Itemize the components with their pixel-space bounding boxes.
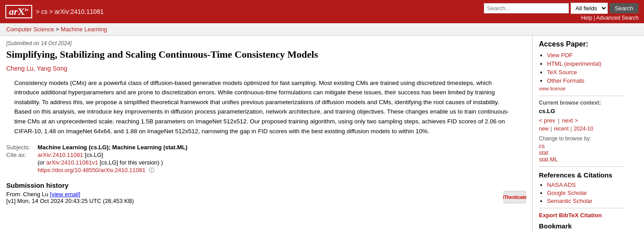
header: arXiv > cs > arXiv:2410.11081 All fields… — [0, 0, 644, 23]
access-links-list: View PDF HTML (experimental) TeX Source … — [539, 52, 624, 84]
view-license-link[interactable]: view license — [539, 86, 624, 91]
nasa-ads-link[interactable]: NASA ADS — [547, 181, 576, 188]
search-button[interactable]: Search — [610, 3, 639, 13]
access-paper-title: Access Paper: — [539, 40, 624, 48]
divider-1 — [539, 96, 624, 96]
new-link[interactable]: new — [539, 126, 549, 132]
prev-link[interactable]: < prev — [539, 117, 555, 124]
authors: Cheng Lu, Yang Song — [6, 65, 526, 72]
logo-area: arXiv > cs > arXiv:2410.11081 — [5, 5, 484, 18]
cite-as-label: Cite as: — [6, 152, 38, 158]
browse-statml-link[interactable]: stat.ML — [539, 156, 624, 163]
browse-by-label: Change to browse by: — [539, 135, 624, 142]
browse-context-section: Current browse context: cs.LG < prev | n… — [539, 100, 624, 163]
arxiv-logo[interactable]: arXiv — [5, 5, 32, 18]
nasa-ads-item: NASA ADS — [547, 181, 624, 188]
arxiv-id-link[interactable]: arXiv:2410.11081 — [55, 8, 104, 15]
search-links: Help | Advanced Search — [581, 15, 639, 21]
other-formats-link[interactable]: Other Formats — [547, 77, 585, 84]
submission-date: [Submitted on 14 Oct 2024] — [6, 40, 526, 46]
search-row: All fields Title Author Abstract Full te… — [484, 3, 639, 14]
submission-history-title: Submission history — [6, 181, 526, 189]
refs-links-list: NASA ADS Google Scholar Semantic Scholar — [539, 181, 624, 204]
browse-cs-link[interactable]: cs — [539, 143, 624, 149]
semantic-scholar-link[interactable]: Semantic Scholar — [547, 198, 593, 204]
main-layout: [Submitted on 14 Oct 2024] Simplifying, … — [0, 36, 644, 232]
bookmark-section: Bookmark 🔖 🔖 — [539, 222, 624, 232]
access-link-html: HTML (experimental) — [547, 60, 624, 67]
cs-link[interactable]: > cs — [36, 8, 47, 15]
refs-citations-section: References & Citations NASA ADS Google S… — [539, 171, 624, 204]
divider-2 — [539, 166, 624, 167]
cite-arxiv-link[interactable]: arXiv:2410.11081 — [38, 152, 83, 158]
browse-context-heading: Current browse context: — [539, 100, 624, 106]
view-email-link[interactable]: [view email] — [50, 191, 80, 198]
cite-close-paren: ) — [161, 159, 163, 166]
cite-v1-link[interactable]: arXiv:2410.11081v1 — [47, 159, 98, 166]
cite-or: (or — [38, 159, 47, 166]
html-experimental-link[interactable]: HTML (experimental) — [547, 60, 602, 67]
subjects-row: Subjects: Machine Learning (cs.LG); Mach… — [6, 144, 526, 151]
cite-as-value: arXiv:2410.11081 [cs.LG] — [38, 152, 103, 158]
logo-xiv-text: Xiv — [18, 6, 29, 17]
cite-v1-row: (or arXiv:2410.11081v1 [cs.LG] for this … — [6, 159, 526, 166]
meta-section: Subjects: Machine Learning (cs.LG); Mach… — [6, 144, 526, 174]
access-link-pdf: View PDF — [547, 52, 624, 59]
recent-link[interactable]: recent — [554, 126, 568, 132]
doi-row: https://doi.org/10.48550/arXiv.2410.1108… — [6, 167, 526, 174]
search-field-select[interactable]: All fields Title Author Abstract Full te… — [571, 3, 608, 14]
google-scholar-item: Google Scholar — [547, 190, 624, 196]
advanced-search-link[interactable]: Advanced Search — [596, 15, 639, 21]
breadcrumb-cs-link[interactable]: Computer Science — [6, 26, 54, 33]
sidebar: Access Paper: View PDF HTML (experimenta… — [532, 36, 631, 232]
breadcrumb-arrow: > — [56, 26, 61, 33]
year-link[interactable]: 2024-10 — [574, 126, 593, 132]
doi-link[interactable]: https://doi.org/10.48550/arXiv.2410.1108… — [38, 167, 145, 173]
logo-ar-text: ar — [9, 6, 18, 17]
doi-info-icon: ⓘ — [149, 167, 154, 173]
export-bibtex-link[interactable]: Export BibTeX Citation — [539, 208, 624, 219]
help-link[interactable]: Help — [581, 15, 592, 21]
pipe-2: | — [551, 126, 552, 132]
cite-v1-value: (or arXiv:2410.11081v1 [cs.LG] for this … — [38, 159, 163, 166]
bookmark-title: Bookmark — [539, 222, 624, 230]
browse-recent-row: new | recent | 2024-10 — [539, 126, 624, 132]
semantic-scholar-item: Semantic Scholar — [547, 198, 624, 204]
browse-by-links: cs stat stat.ML — [539, 143, 624, 163]
cite-as-row: Cite as: arXiv:2410.11081 [cs.LG] — [6, 152, 526, 158]
subjects-bold: Machine Learning (cs.LG); Machine Learni… — [38, 144, 187, 151]
abstract: Consistency models (CMs) are a powerful … — [6, 78, 526, 136]
browse-nav: < prev | next > — [539, 117, 624, 124]
breadcrumb: Computer Science > Machine Learning — [0, 23, 644, 36]
cite-v1-bracket: [cs.LG] for this version) — [100, 159, 160, 166]
view-pdf-link[interactable]: View PDF — [547, 52, 573, 59]
access-paper-section: Access Paper: View PDF HTML (experimenta… — [539, 40, 624, 91]
access-link-other: Other Formats — [547, 77, 624, 84]
subjects-value: Machine Learning (cs.LG); Machine Learni… — [38, 144, 187, 151]
access-link-tex: TeX Source — [547, 69, 624, 76]
google-scholar-link[interactable]: Google Scholar — [547, 190, 587, 196]
paper-title: Simplifying, Stabilizing and Scaling Con… — [6, 48, 526, 61]
cite-bracket: [cs.LG] — [85, 152, 103, 158]
author-cheng-lu[interactable]: Cheng Lu — [6, 65, 34, 72]
ithenticate-text: iThenticate — [503, 195, 527, 200]
pipe-3: | — [571, 126, 572, 132]
doi-value: https://doi.org/10.48550/arXiv.2410.1108… — [38, 167, 154, 174]
subjects-label: Subjects: — [6, 144, 38, 151]
browse-context-label: cs.LG — [539, 108, 624, 114]
from-text: From: Cheng Lu — [6, 191, 48, 198]
tex-source-link[interactable]: TeX Source — [547, 69, 577, 76]
author-yang-song[interactable]: Yang Song — [37, 65, 67, 72]
search-input[interactable] — [484, 3, 569, 13]
ithenticate-image: iThenticate — [504, 191, 526, 203]
header-nav-separator: > — [49, 8, 55, 15]
header-nav: > cs > arXiv:2410.11081 — [36, 8, 104, 15]
breadcrumb-ml-link[interactable]: Machine Learning — [61, 26, 107, 33]
browse-stat-link[interactable]: stat — [539, 149, 624, 156]
search-area: All fields Title Author Abstract Full te… — [484, 3, 639, 21]
refs-citations-title: References & Citations — [539, 171, 624, 179]
pipe-1: | — [558, 117, 559, 124]
next-link[interactable]: next > — [562, 117, 578, 124]
content-area: [Submitted on 14 Oct 2024] Simplifying, … — [0, 36, 532, 232]
